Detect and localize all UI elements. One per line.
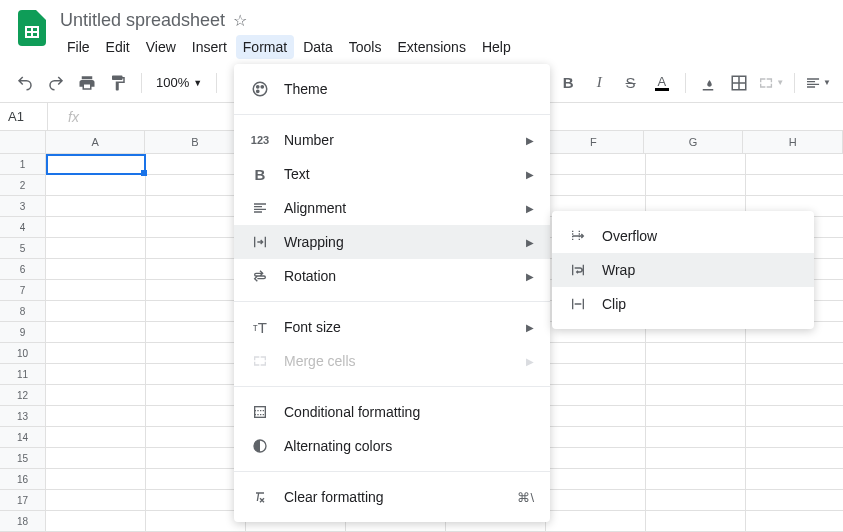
align-icon[interactable]: ▼ — [805, 70, 831, 96]
cell[interactable] — [746, 364, 843, 385]
cell[interactable] — [46, 511, 146, 532]
cell[interactable] — [646, 511, 746, 532]
cell[interactable] — [546, 343, 646, 364]
menu-clip[interactable]: Clip — [552, 287, 814, 321]
row-header[interactable]: 1 — [0, 154, 46, 175]
fill-color-icon[interactable] — [696, 70, 721, 96]
cell[interactable] — [646, 154, 746, 175]
cell[interactable] — [146, 196, 246, 217]
cell[interactable] — [546, 154, 646, 175]
row-header[interactable]: 3 — [0, 196, 46, 217]
print-icon[interactable] — [75, 70, 100, 96]
menu-alternating-colors[interactable]: Alternating colors — [234, 429, 550, 463]
cell[interactable] — [46, 406, 146, 427]
col-header[interactable]: G — [644, 131, 744, 153]
cell[interactable] — [146, 175, 246, 196]
cell[interactable] — [46, 469, 146, 490]
cell[interactable] — [746, 448, 843, 469]
cell[interactable] — [646, 427, 746, 448]
cell[interactable] — [146, 406, 246, 427]
cell[interactable] — [46, 217, 146, 238]
cell[interactable] — [46, 385, 146, 406]
cell[interactable] — [546, 490, 646, 511]
redo-icon[interactable] — [43, 70, 68, 96]
cell[interactable] — [146, 427, 246, 448]
cell[interactable] — [46, 490, 146, 511]
cell[interactable] — [146, 448, 246, 469]
cell[interactable] — [146, 238, 246, 259]
cell[interactable] — [746, 490, 843, 511]
cell[interactable] — [746, 175, 843, 196]
menu-conditional-formatting[interactable]: Conditional formatting — [234, 395, 550, 429]
menu-tools[interactable]: Tools — [342, 35, 389, 59]
menu-data[interactable]: Data — [296, 35, 340, 59]
menu-wrapping[interactable]: Wrapping ▶ — [234, 225, 550, 259]
undo-icon[interactable] — [12, 70, 37, 96]
menu-font-size[interactable]: тT Font size ▶ — [234, 310, 550, 344]
cell[interactable] — [546, 364, 646, 385]
cell[interactable] — [746, 469, 843, 490]
row-header[interactable]: 11 — [0, 364, 46, 385]
strikethrough-icon[interactable]: S — [618, 70, 643, 96]
cell[interactable] — [646, 385, 746, 406]
row-header[interactable]: 16 — [0, 469, 46, 490]
merge-icon[interactable]: ▼ — [758, 70, 784, 96]
cell[interactable] — [146, 322, 246, 343]
col-header[interactable]: F — [544, 131, 644, 153]
menu-help[interactable]: Help — [475, 35, 518, 59]
row-header[interactable]: 8 — [0, 301, 46, 322]
cell[interactable] — [646, 343, 746, 364]
cell[interactable] — [646, 175, 746, 196]
menu-theme[interactable]: Theme — [234, 72, 550, 106]
cell[interactable] — [646, 364, 746, 385]
cell[interactable] — [46, 427, 146, 448]
cell[interactable] — [546, 175, 646, 196]
sheets-logo[interactable] — [12, 8, 52, 48]
row-header[interactable]: 13 — [0, 406, 46, 427]
text-color-icon[interactable]: A — [649, 70, 674, 96]
bold-icon[interactable]: B — [555, 70, 580, 96]
col-header[interactable]: B — [145, 131, 245, 153]
cell[interactable] — [546, 427, 646, 448]
cell[interactable] — [46, 364, 146, 385]
cell[interactable] — [46, 343, 146, 364]
menu-view[interactable]: View — [139, 35, 183, 59]
cell[interactable] — [46, 154, 146, 175]
row-header[interactable]: 4 — [0, 217, 46, 238]
cell[interactable] — [46, 196, 146, 217]
cell[interactable] — [146, 217, 246, 238]
cell[interactable] — [146, 301, 246, 322]
cell[interactable] — [746, 154, 843, 175]
cell[interactable] — [146, 343, 246, 364]
cell[interactable] — [646, 448, 746, 469]
cell[interactable] — [146, 385, 246, 406]
doc-title[interactable]: Untitled spreadsheet — [60, 10, 225, 31]
cell[interactable] — [46, 280, 146, 301]
menu-wrap[interactable]: Wrap — [552, 253, 814, 287]
cell[interactable] — [146, 280, 246, 301]
italic-icon[interactable]: I — [587, 70, 612, 96]
cell[interactable] — [646, 406, 746, 427]
cell[interactable] — [46, 175, 146, 196]
cell[interactable] — [546, 469, 646, 490]
row-header[interactable]: 9 — [0, 322, 46, 343]
cell[interactable] — [546, 511, 646, 532]
row-header[interactable]: 7 — [0, 280, 46, 301]
name-box[interactable]: A1 — [0, 103, 48, 130]
cell[interactable] — [746, 406, 843, 427]
menu-file[interactable]: File — [60, 35, 97, 59]
menu-edit[interactable]: Edit — [99, 35, 137, 59]
row-header[interactable]: 18 — [0, 511, 46, 532]
cell[interactable] — [46, 238, 146, 259]
menu-overflow[interactable]: Overflow — [552, 219, 814, 253]
row-header[interactable]: 6 — [0, 259, 46, 280]
menu-text[interactable]: B Text ▶ — [234, 157, 550, 191]
cell[interactable] — [46, 301, 146, 322]
row-header[interactable]: 12 — [0, 385, 46, 406]
cell[interactable] — [46, 322, 146, 343]
star-icon[interactable]: ☆ — [233, 11, 247, 30]
zoom-select[interactable]: 100%▼ — [152, 75, 206, 90]
paint-format-icon[interactable] — [106, 70, 131, 96]
cell[interactable] — [546, 406, 646, 427]
cell[interactable] — [46, 448, 146, 469]
